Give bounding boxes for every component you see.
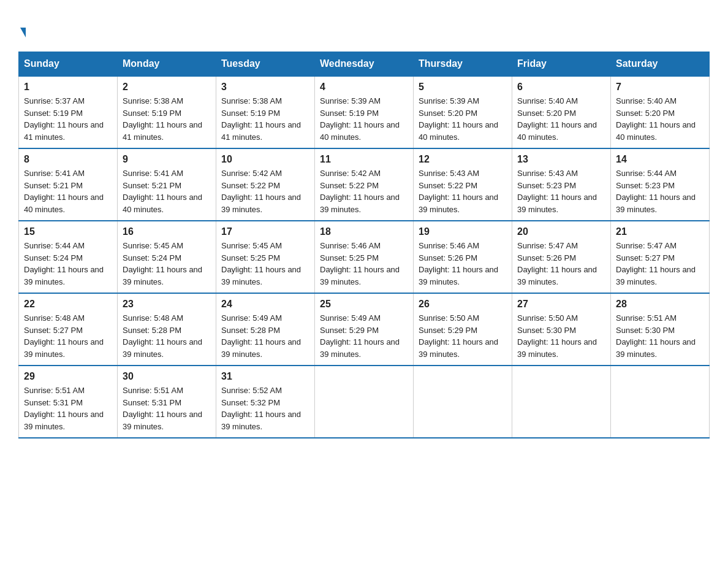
day-info: Sunrise: 5:47 AM Sunset: 5:26 PM Dayligh…	[517, 240, 605, 288]
day-number: 25	[320, 299, 408, 310]
calendar-cell: 4 Sunrise: 5:39 AM Sunset: 5:19 PM Dayli…	[315, 76, 414, 148]
logo-general-text	[18, 18, 26, 39]
day-number: 20	[517, 226, 605, 237]
calendar-cell: 26 Sunrise: 5:50 AM Sunset: 5:29 PM Dayl…	[414, 293, 512, 366]
day-number: 31	[221, 371, 309, 382]
day-number: 11	[320, 154, 408, 165]
calendar-cell: 24 Sunrise: 5:49 AM Sunset: 5:28 PM Dayl…	[216, 293, 315, 366]
calendar-cell	[315, 366, 414, 438]
day-number: 24	[221, 299, 309, 310]
calendar-cell: 18 Sunrise: 5:46 AM Sunset: 5:25 PM Dayl…	[315, 221, 414, 293]
day-info: Sunrise: 5:39 AM Sunset: 5:20 PM Dayligh…	[419, 95, 507, 143]
day-number: 15	[24, 226, 112, 237]
day-info: Sunrise: 5:45 AM Sunset: 5:25 PM Dayligh…	[221, 240, 309, 288]
day-number: 17	[221, 226, 309, 237]
day-info: Sunrise: 5:52 AM Sunset: 5:32 PM Dayligh…	[221, 385, 309, 432]
calendar-cell: 3 Sunrise: 5:38 AM Sunset: 5:19 PM Dayli…	[216, 76, 315, 148]
calendar-cell: 25 Sunrise: 5:49 AM Sunset: 5:29 PM Dayl…	[315, 293, 414, 366]
column-header-monday: Monday	[118, 52, 216, 77]
day-number: 4	[320, 82, 408, 93]
calendar-cell: 11 Sunrise: 5:42 AM Sunset: 5:22 PM Dayl…	[315, 148, 414, 221]
calendar-cell: 8 Sunrise: 5:41 AM Sunset: 5:21 PM Dayli…	[19, 148, 118, 221]
day-number: 21	[616, 226, 704, 237]
column-header-wednesday: Wednesday	[315, 52, 414, 77]
day-info: Sunrise: 5:48 AM Sunset: 5:28 PM Dayligh…	[123, 312, 211, 360]
day-number: 2	[123, 82, 211, 93]
day-info: Sunrise: 5:43 AM Sunset: 5:23 PM Dayligh…	[517, 167, 605, 215]
day-number: 6	[517, 82, 605, 93]
calendar-cell: 2 Sunrise: 5:38 AM Sunset: 5:19 PM Dayli…	[118, 76, 216, 148]
day-info: Sunrise: 5:48 AM Sunset: 5:27 PM Dayligh…	[24, 312, 112, 360]
day-number: 5	[419, 82, 507, 93]
day-number: 12	[419, 154, 507, 165]
day-info: Sunrise: 5:49 AM Sunset: 5:28 PM Dayligh…	[221, 312, 309, 360]
day-info: Sunrise: 5:43 AM Sunset: 5:22 PM Dayligh…	[419, 167, 507, 215]
day-number: 19	[419, 226, 507, 237]
day-number: 8	[24, 154, 112, 165]
calendar-cell: 20 Sunrise: 5:47 AM Sunset: 5:26 PM Dayl…	[512, 221, 611, 293]
day-number: 13	[517, 154, 605, 165]
calendar-cell: 1 Sunrise: 5:37 AM Sunset: 5:19 PM Dayli…	[19, 76, 118, 148]
calendar-cell: 21 Sunrise: 5:47 AM Sunset: 5:27 PM Dayl…	[611, 221, 710, 293]
column-header-tuesday: Tuesday	[216, 52, 315, 77]
day-number: 7	[616, 82, 704, 93]
day-info: Sunrise: 5:45 AM Sunset: 5:24 PM Dayligh…	[123, 240, 211, 288]
day-info: Sunrise: 5:44 AM Sunset: 5:23 PM Dayligh…	[616, 167, 704, 215]
day-number: 23	[123, 299, 211, 310]
calendar-cell: 15 Sunrise: 5:44 AM Sunset: 5:24 PM Dayl…	[19, 221, 118, 293]
column-header-thursday: Thursday	[414, 52, 512, 77]
day-number: 26	[419, 299, 507, 310]
day-info: Sunrise: 5:42 AM Sunset: 5:22 PM Dayligh…	[221, 167, 309, 215]
day-info: Sunrise: 5:42 AM Sunset: 5:22 PM Dayligh…	[320, 167, 408, 215]
day-info: Sunrise: 5:40 AM Sunset: 5:20 PM Dayligh…	[517, 95, 605, 143]
calendar-cell: 23 Sunrise: 5:48 AM Sunset: 5:28 PM Dayl…	[118, 293, 216, 366]
day-number: 9	[123, 154, 211, 165]
calendar-cell: 31 Sunrise: 5:52 AM Sunset: 5:32 PM Dayl…	[216, 366, 315, 438]
column-header-sunday: Sunday	[19, 52, 118, 77]
logo-triangle-icon	[20, 28, 26, 37]
day-info: Sunrise: 5:46 AM Sunset: 5:25 PM Dayligh…	[320, 240, 408, 288]
day-info: Sunrise: 5:38 AM Sunset: 5:19 PM Dayligh…	[123, 95, 211, 143]
calendar-cell: 14 Sunrise: 5:44 AM Sunset: 5:23 PM Dayl…	[611, 148, 710, 221]
day-info: Sunrise: 5:41 AM Sunset: 5:21 PM Dayligh…	[123, 167, 211, 215]
calendar-cell: 13 Sunrise: 5:43 AM Sunset: 5:23 PM Dayl…	[512, 148, 611, 221]
day-info: Sunrise: 5:50 AM Sunset: 5:30 PM Dayligh…	[517, 312, 605, 360]
day-info: Sunrise: 5:40 AM Sunset: 5:20 PM Dayligh…	[616, 95, 704, 143]
page-header	[18, 18, 710, 39]
day-info: Sunrise: 5:44 AM Sunset: 5:24 PM Dayligh…	[24, 240, 112, 288]
day-info: Sunrise: 5:49 AM Sunset: 5:29 PM Dayligh…	[320, 312, 408, 360]
calendar-cell: 10 Sunrise: 5:42 AM Sunset: 5:22 PM Dayl…	[216, 148, 315, 221]
calendar-week-row: 29 Sunrise: 5:51 AM Sunset: 5:31 PM Dayl…	[19, 366, 710, 438]
calendar-week-row: 15 Sunrise: 5:44 AM Sunset: 5:24 PM Dayl…	[19, 221, 710, 293]
calendar-cell: 17 Sunrise: 5:45 AM Sunset: 5:25 PM Dayl…	[216, 221, 315, 293]
calendar-table: SundayMondayTuesdayWednesdayThursdayFrid…	[18, 52, 710, 439]
day-info: Sunrise: 5:47 AM Sunset: 5:27 PM Dayligh…	[616, 240, 704, 288]
day-number: 29	[24, 371, 112, 382]
day-info: Sunrise: 5:39 AM Sunset: 5:19 PM Dayligh…	[320, 95, 408, 143]
day-info: Sunrise: 5:51 AM Sunset: 5:31 PM Dayligh…	[24, 385, 112, 432]
column-header-saturday: Saturday	[611, 52, 710, 77]
day-number: 18	[320, 226, 408, 237]
calendar-cell: 5 Sunrise: 5:39 AM Sunset: 5:20 PM Dayli…	[414, 76, 512, 148]
day-number: 27	[517, 299, 605, 310]
calendar-cell: 30 Sunrise: 5:51 AM Sunset: 5:31 PM Dayl…	[118, 366, 216, 438]
calendar-cell	[512, 366, 611, 438]
day-number: 10	[221, 154, 309, 165]
day-info: Sunrise: 5:37 AM Sunset: 5:19 PM Dayligh…	[24, 95, 112, 143]
day-number: 3	[221, 82, 309, 93]
day-number: 1	[24, 82, 112, 93]
calendar-cell: 7 Sunrise: 5:40 AM Sunset: 5:20 PM Dayli…	[611, 76, 710, 148]
column-header-friday: Friday	[512, 52, 611, 77]
calendar-cell: 22 Sunrise: 5:48 AM Sunset: 5:27 PM Dayl…	[19, 293, 118, 366]
day-info: Sunrise: 5:51 AM Sunset: 5:31 PM Dayligh…	[123, 385, 211, 432]
day-info: Sunrise: 5:50 AM Sunset: 5:29 PM Dayligh…	[419, 312, 507, 360]
calendar-header-row: SundayMondayTuesdayWednesdayThursdayFrid…	[19, 52, 710, 77]
calendar-cell: 28 Sunrise: 5:51 AM Sunset: 5:30 PM Dayl…	[611, 293, 710, 366]
calendar-week-row: 1 Sunrise: 5:37 AM Sunset: 5:19 PM Dayli…	[19, 76, 710, 148]
day-number: 22	[24, 299, 112, 310]
calendar-cell: 19 Sunrise: 5:46 AM Sunset: 5:26 PM Dayl…	[414, 221, 512, 293]
calendar-cell: 29 Sunrise: 5:51 AM Sunset: 5:31 PM Dayl…	[19, 366, 118, 438]
logo	[18, 18, 26, 39]
calendar-cell: 16 Sunrise: 5:45 AM Sunset: 5:24 PM Dayl…	[118, 221, 216, 293]
day-info: Sunrise: 5:51 AM Sunset: 5:30 PM Dayligh…	[616, 312, 704, 360]
